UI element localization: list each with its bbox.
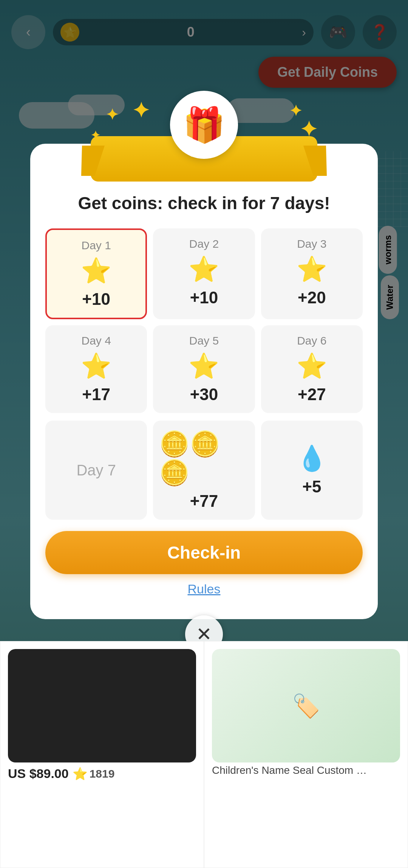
checkin-button[interactable]: Check-in <box>45 531 363 574</box>
product-1-price: US $89.00 ⭐ 1819 <box>8 766 196 781</box>
day-4-reward: +17 <box>82 385 110 404</box>
day-2-card: Day 2 ⭐ +10 <box>153 228 255 319</box>
day-2-reward: +10 <box>190 288 218 307</box>
day-7-multi-coin-icon: 🪙🪙🪙 <box>159 430 249 487</box>
day-1-reward: +10 <box>82 290 110 309</box>
day-7-coins-card: 🪙🪙🪙 +77 <box>153 421 255 520</box>
rules-link[interactable]: Rules <box>30 578 378 596</box>
day-6-label: Day 6 <box>297 334 326 347</box>
checkin-modal: ✦ ✦ ✦ ✦ ✦ 🎁 Get coins: check in for 7 da… <box>30 144 378 619</box>
day-5-card: Day 5 ⭐ +30 <box>153 325 255 413</box>
chest-icon: 🎁 <box>170 91 238 159</box>
day-3-coin-icon: ⭐ <box>297 255 327 284</box>
product-1-thumbnail <box>8 649 196 762</box>
day-6-reward: +27 <box>298 385 326 404</box>
product-1-coin-icon: ⭐ <box>73 767 88 781</box>
day-4-label: Day 4 <box>81 334 111 347</box>
day-7-row: Day 7 🪙🪙🪙 +77 💧 +5 <box>30 421 378 520</box>
day-7-label-card: Day 7 <box>45 421 147 520</box>
day-6-card: Day 6 ⭐ +27 <box>261 325 363 413</box>
product-1-coins: ⭐ 1819 <box>73 767 115 781</box>
day-3-reward: +20 <box>298 288 326 307</box>
day-1-card: Day 1 ⭐ +10 <box>45 228 147 319</box>
day-6-coin-icon: ⭐ <box>297 352 327 380</box>
products-section: US $89.00 ⭐ 1819 🏷️ Children's Name Seal… <box>0 641 408 868</box>
product-2-name: Children's Name Seal Custom … <box>212 764 400 776</box>
day-1-coin-icon: ⭐ <box>81 256 111 285</box>
modal-header-art: ✦ ✦ ✦ ✦ ✦ 🎁 <box>30 98 378 182</box>
day-7-water-reward: +5 <box>302 477 321 496</box>
day-3-card: Day 3 ⭐ +20 <box>261 228 363 319</box>
day-7-coins-reward: +77 <box>190 492 218 511</box>
sparkle-3: ✦ <box>289 102 302 120</box>
product-2[interactable]: 🏷️ Children's Name Seal Custom … <box>204 641 408 868</box>
day-7-label: Day 7 <box>76 462 116 479</box>
product-2-thumbnail: 🏷️ <box>212 649 400 762</box>
day-2-label: Day 2 <box>189 238 219 250</box>
day-3-label: Day 3 <box>297 238 326 250</box>
water-drop-icon: 💧 <box>297 444 327 473</box>
day-5-label: Day 5 <box>189 334 219 347</box>
day-5-coin-icon: ⭐ <box>189 352 219 380</box>
day-2-coin-icon: ⭐ <box>189 255 219 284</box>
product-1[interactable]: US $89.00 ⭐ 1819 <box>0 641 204 868</box>
day-1-label: Day 1 <box>81 239 111 252</box>
modal-title: Get coins: check in for 7 days! <box>30 182 378 221</box>
day-7-water-card: 💧 +5 <box>261 421 363 520</box>
sparkle-1: ✦ <box>106 106 119 123</box>
day-5-reward: +30 <box>190 385 218 404</box>
day-4-card: Day 4 ⭐ +17 <box>45 325 147 413</box>
days-grid: Day 1 ⭐ +10 Day 2 ⭐ +10 Day 3 ⭐ +20 Day … <box>30 221 378 421</box>
sparkle-2: ✦ <box>132 98 150 123</box>
day-4-coin-icon: ⭐ <box>81 352 111 380</box>
